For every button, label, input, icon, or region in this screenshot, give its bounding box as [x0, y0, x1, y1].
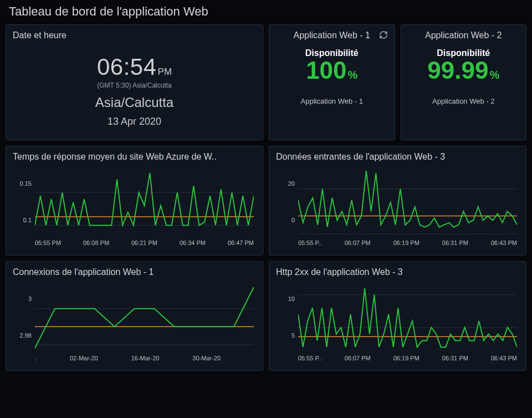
- y-tick: 5: [291, 332, 295, 339]
- y-tick: 20: [288, 180, 295, 187]
- chart-series: [35, 173, 254, 226]
- chart-series: [298, 171, 517, 227]
- x-tick: 06:08 PM: [83, 239, 109, 248]
- panel-response-time: Temps de réponse moyen du site Web Azure…: [6, 146, 263, 256]
- refresh-icon[interactable]: [379, 30, 388, 39]
- chart-series: [298, 288, 517, 347]
- x-tick: 05:55 P..: [298, 239, 322, 248]
- panel-http2xx: Http 2xx de l'application Web - 3 10505:…: [269, 261, 526, 371]
- chart-y-axis: 200: [276, 165, 298, 238]
- chart-plot[interactable]: [298, 282, 517, 354]
- chart-y-axis: 0.150.1: [13, 165, 35, 238]
- availability-value-app2: 99.99: [427, 57, 488, 84]
- panel-title-app2: Application Web - 2: [408, 30, 520, 40]
- x-tick: 06:31 PM: [442, 355, 468, 364]
- x-tick: 06:21 PM: [131, 239, 157, 248]
- x-tick: 06:07 PM: [345, 355, 371, 364]
- chart-plot[interactable]: [35, 282, 254, 354]
- clock-timezone: (GMT 5:30) Asia/Calcutta: [13, 81, 256, 89]
- y-tick: 2.98: [20, 332, 32, 339]
- x-tick: 06:19 PM: [393, 355, 420, 364]
- x-tick: 05:55 PM: [35, 239, 61, 248]
- y-tick: 0.15: [20, 180, 32, 187]
- chart-y-axis: 32.98: [13, 281, 35, 354]
- availability-value-app1: 100: [306, 57, 346, 84]
- clock-ampm: PM: [158, 67, 172, 77]
- panel-title-clock: Date et heure: [13, 30, 256, 40]
- availability-unit-app2: %: [489, 69, 499, 81]
- x-tick: 06:31 PM: [442, 239, 468, 248]
- x-tick: 06:07 PM: [345, 239, 371, 248]
- chart-plot[interactable]: [35, 166, 254, 238]
- y-tick: 10: [288, 295, 295, 302]
- chart-series: [35, 287, 254, 348]
- chart-x-axis: 05:55 P..06:07 PM06:19 PM06:31 PM06:43 P…: [298, 355, 517, 364]
- y-tick: 0: [291, 217, 295, 223]
- chart-plot[interactable]: [298, 166, 517, 238]
- clock-date: 13 Apr 2020: [13, 116, 256, 128]
- panel-app1: Application Web - 1 Disponibilité 100% A…: [269, 24, 395, 140]
- y-tick: 0.1: [23, 217, 32, 223]
- y-tick: 3: [28, 295, 32, 302]
- panel-title-data-in: Données entrantes de l'application Web -…: [276, 152, 519, 162]
- x-tick: 06:43 PM: [491, 239, 517, 248]
- panel-title-response-time: Temps de réponse moyen du site Web Azure…: [13, 152, 256, 162]
- panel-title-app1: Application Web - 1: [276, 30, 388, 40]
- panel-title-http2xx: Http 2xx de l'application Web - 3: [276, 267, 519, 277]
- availability-footer-app1: Application Web - 1: [276, 97, 388, 105]
- chart-x-axis: 05:55 PM06:08 PM06:21 PM06:34 PM06:47 PM: [35, 239, 254, 248]
- availability-footer-app2: Application Web - 2: [408, 97, 520, 105]
- panel-clock: Date et heure 06:54PM (GMT 5:30) Asia/Ca…: [6, 24, 263, 140]
- clock-city: Asia/Calcutta: [13, 95, 256, 110]
- chart-x-axis: .02-Mar-2016-Mar-2030-Mar-20: [35, 355, 254, 364]
- page-title: Tableau de bord de l'application Web: [6, 3, 526, 24]
- x-tick: 06:19 PM: [393, 239, 420, 248]
- x-tick: .: [35, 355, 37, 364]
- chart-x-axis: 05:55 P..06:07 PM06:19 PM06:31 PM06:43 P…: [298, 239, 517, 248]
- panel-app2: Application Web - 2 Disponibilité 99.99%…: [401, 24, 527, 140]
- x-tick: 05:55 P..: [298, 355, 322, 364]
- x-tick: 06:34 PM: [180, 239, 206, 248]
- x-tick: 30-Mar-20: [192, 355, 221, 364]
- x-tick: 02-Mar-20: [70, 355, 98, 364]
- x-tick: 06:43 PM: [491, 355, 517, 364]
- panel-title-connections: Connexions de l'application Web - 1: [13, 267, 256, 277]
- availability-unit-app1: %: [348, 69, 358, 81]
- chart-y-axis: 105: [276, 281, 298, 354]
- clock-time: 06:54: [97, 54, 157, 80]
- panel-connections: Connexions de l'application Web - 1 32.9…: [6, 261, 263, 371]
- x-tick: 16-Mar-20: [131, 355, 160, 364]
- panel-data-in: Données entrantes de l'application Web -…: [269, 146, 526, 256]
- x-tick: 06:47 PM: [228, 239, 254, 248]
